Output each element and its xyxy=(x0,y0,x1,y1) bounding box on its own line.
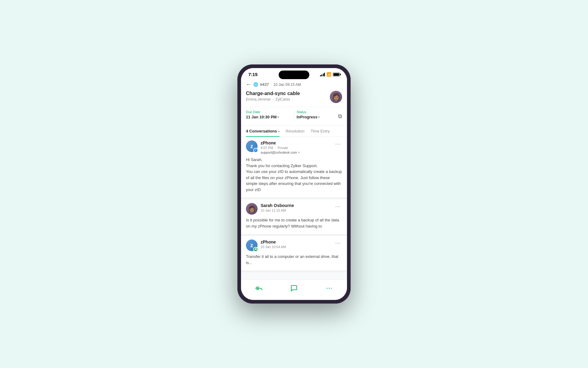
header-top: ← 🌐 #437 · 10 Jan 09:15 AM xyxy=(246,81,342,88)
tab-time-entry[interactable]: Time Entry xyxy=(311,126,330,136)
agent-avatar: 👩🏽 xyxy=(330,91,342,103)
new-message-button[interactable] xyxy=(286,283,302,294)
dynamic-island xyxy=(279,71,309,79)
bottom-nav xyxy=(241,279,347,300)
battery-icon xyxy=(333,73,340,76)
svg-point-2 xyxy=(331,288,332,289)
conv-email-row-1[interactable]: support@zohodesk.com ▾ xyxy=(261,151,300,154)
status-field[interactable]: Status InProgress ▾ xyxy=(297,110,342,119)
status-value: InProgress ▾ xyxy=(297,115,342,119)
conv-time-1: 8:07 PM xyxy=(261,146,273,150)
conv-sender-2: Sarah Osbourne xyxy=(261,203,294,208)
ticket-header: ← 🌐 #437 · 10 Jan 09:15 AM Charge-and-sy… xyxy=(241,79,347,107)
conv-body-2: Is it possible for me to create a backup… xyxy=(246,217,342,229)
conv-body-3: Transfer it all to a computer or an exte… xyxy=(246,254,342,266)
conversation-item-2: 👩🏽 Sarah Osbourne 10 Jan 11:15 AM ⋯ Is i… xyxy=(241,199,347,236)
conv-header-2: 👩🏽 Sarah Osbourne 10 Jan 11:15 AM ⋯ xyxy=(246,203,342,215)
conversations-list: z ✦ zPhone 8:07 PM · Private xyxy=(241,137,347,279)
conv-avatar-wrap-3: z 💬 xyxy=(246,240,258,251)
team-name: ZylCares xyxy=(275,97,290,102)
copy-icon[interactable]: ⧉ xyxy=(338,113,342,120)
conversation-item: z ✦ zPhone 8:07 PM · Private xyxy=(241,137,347,199)
conv-avatar-2: 👩🏽 xyxy=(246,203,258,215)
conv-time-row-1: 8:07 PM · Private xyxy=(261,146,300,150)
conv-more-2[interactable]: ⋯ xyxy=(334,203,342,210)
svg-point-1 xyxy=(329,288,330,289)
fields-divider xyxy=(294,110,294,122)
status-icons: 📶 xyxy=(320,72,340,77)
ticket-header-row: Charge-and-sync cable Emma.Jemmer ZylCar… xyxy=(246,91,342,103)
conv-badge-icon-1: ✦ xyxy=(255,149,257,151)
reply-all-button[interactable] xyxy=(251,283,266,294)
ticket-title: Charge-and-sync cable xyxy=(246,91,330,96)
conversation-item-3: z 💬 zPhone 10 Jan 10:54 AM xyxy=(241,236,347,272)
reply-all-icon xyxy=(255,285,262,292)
due-date-value: 11 Jan 10:30 PM ▾ xyxy=(246,115,292,119)
more-options-button[interactable] xyxy=(322,283,337,294)
due-date-field[interactable]: Due Date 11 Jan 10:30 PM ▾ xyxy=(246,110,292,119)
conv-body-1: Hi Sarah, Thank you for contacting Zylke… xyxy=(246,157,342,193)
phone-screen: 7:15 📶 ← 🌐 #437 · 10 Jan 09:15 AM C xyxy=(241,68,347,300)
tabs-row: 4 Conversations ▾ Resolution Time Entry xyxy=(241,126,347,137)
ticket-info: Charge-and-sync cable Emma.Jemmer ZylCar… xyxy=(246,91,330,102)
conv-header-1: z ✦ zPhone 8:07 PM · Private xyxy=(246,140,342,154)
conv-badge-3: 💬 xyxy=(253,247,258,252)
conv-email-1: support@zohodesk.com xyxy=(261,151,297,154)
svg-point-0 xyxy=(327,288,328,289)
conv-meta-2: Sarah Osbourne 10 Jan 11:15 AM xyxy=(261,203,294,213)
conv-avatar-wrap-1: z ✦ xyxy=(246,140,258,152)
wifi-icon: 📶 xyxy=(326,72,331,77)
conv-time-row-3: 10 Jan 10:54 AM xyxy=(261,245,286,249)
signal-icon xyxy=(320,73,325,76)
tab-conversations[interactable]: 4 Conversations ▾ xyxy=(246,126,280,136)
conv-more-1[interactable]: ⋯ xyxy=(334,140,342,147)
fields-row: Due Date 11 Jan 10:30 PM ▾ Status InProg… xyxy=(241,107,347,126)
conv-meta-1: zPhone 8:07 PM · Private support@zohodes… xyxy=(261,140,300,154)
agent-name: Emma.Jemmer xyxy=(246,97,271,102)
conv-time-2: 10 Jan 11:15 AM xyxy=(261,209,286,212)
conv-privacy-1: Private xyxy=(278,146,288,150)
conv-time-row-2: 10 Jan 11:15 AM xyxy=(261,209,294,212)
conv-email-chevron-1: ▾ xyxy=(298,151,300,154)
tab-resolution[interactable]: Resolution xyxy=(286,126,304,136)
conv-header-3: z 💬 zPhone 10 Jan 10:54 AM xyxy=(246,240,342,251)
conv-more-3[interactable]: ⋯ xyxy=(334,240,342,246)
ticket-meta: Emma.Jemmer ZylCares xyxy=(246,97,330,102)
separator: · xyxy=(271,83,272,86)
conv-badge-icon-3: 💬 xyxy=(254,248,257,251)
globe-icon: 🌐 xyxy=(253,82,258,87)
conv-sender-1: zPhone xyxy=(261,140,300,145)
status-chevron: ▾ xyxy=(318,116,320,119)
status-label: Status xyxy=(297,110,342,114)
more-icon xyxy=(326,285,333,292)
conversations-tab-chevron: ▾ xyxy=(278,130,280,133)
meta-dot xyxy=(273,99,273,100)
phone-frame: 7:15 📶 ← 🌐 #437 · 10 Jan 09:15 AM C xyxy=(237,64,351,304)
back-button[interactable]: ← xyxy=(246,81,251,88)
status-time: 7:15 xyxy=(248,72,258,77)
avatar-image: 👩🏽 xyxy=(332,93,340,101)
conv-time-3: 10 Jan 10:54 AM xyxy=(261,245,286,249)
ticket-id: #437 xyxy=(260,82,269,87)
ticket-date: 10 Jan 09:15 AM xyxy=(273,82,301,87)
conv-dot-1: · xyxy=(275,146,276,150)
due-date-label: Due Date xyxy=(246,110,292,114)
message-icon xyxy=(290,285,298,292)
conv-avatar-wrap-2: 👩🏽 xyxy=(246,203,258,215)
due-date-chevron: ▾ xyxy=(277,116,279,119)
conv-sender-3: zPhone xyxy=(261,240,286,244)
conv-meta-3: zPhone 10 Jan 10:54 AM xyxy=(261,240,286,250)
conv-badge-1: ✦ xyxy=(253,148,258,153)
